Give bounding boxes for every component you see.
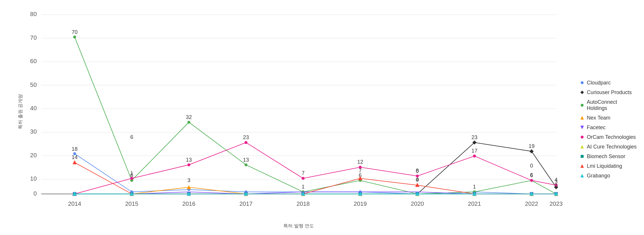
svg-text:23: 23 <box>243 134 249 140</box>
svg-text:2016: 2016 <box>182 201 196 207</box>
svg-text:6: 6 <box>530 172 533 178</box>
svg-point-55 <box>245 163 247 166</box>
svg-marker-161 <box>580 164 584 168</box>
svg-text:0: 0 <box>416 168 419 174</box>
svg-text:70: 70 <box>30 34 37 41</box>
svg-text:0: 0 <box>530 163 533 169</box>
svg-text:14: 14 <box>72 154 78 160</box>
legend-item-aicure: AI Cure Technologies <box>580 144 638 150</box>
chart-legend: Cloudparc Curiouser Products AutoConnect… <box>580 45 644 179</box>
svg-text:12: 12 <box>357 159 363 165</box>
chart-area: 특허 출원 공개량 특허 발행 연도 80 70 60 50 40 30 <box>18 6 580 217</box>
svg-text:40: 40 <box>30 105 37 111</box>
legend-label: Grabango <box>587 173 610 179</box>
svg-text:30: 30 <box>30 128 37 135</box>
svg-text:1: 1 <box>302 184 305 190</box>
svg-text:1: 1 <box>130 170 133 176</box>
legend-label: OrCam Technologies <box>587 134 636 140</box>
legend-item-autoconnect: AutoConnect Holdings <box>580 99 638 111</box>
svg-text:0: 0 <box>416 177 419 183</box>
svg-text:3: 3 <box>187 177 190 183</box>
svg-text:10: 10 <box>30 175 37 182</box>
svg-point-153 <box>581 81 584 84</box>
svg-text:2018: 2018 <box>296 201 310 207</box>
svg-rect-160 <box>581 155 584 158</box>
svg-text:0: 0 <box>555 184 558 189</box>
svg-text:70: 70 <box>72 29 78 35</box>
main-chart-svg: 80 70 60 50 40 30 20 10 0 2014 2015 2016… <box>18 6 580 217</box>
legend-item-grabango: Grabango <box>580 173 638 179</box>
legend-label: Nex Team <box>587 115 610 121</box>
svg-point-95 <box>245 141 247 144</box>
svg-text:18: 18 <box>72 146 78 152</box>
svg-text:4: 4 <box>555 177 558 183</box>
svg-text:23: 23 <box>472 134 477 140</box>
svg-point-94 <box>187 163 190 166</box>
svg-text:80: 80 <box>30 11 37 17</box>
svg-marker-47 <box>530 149 534 153</box>
legend-label: Biomech Sensor <box>587 153 625 160</box>
svg-marker-159 <box>580 145 584 148</box>
legend-item-cloudparc: Cloudparc <box>580 80 638 86</box>
svg-point-54 <box>187 121 190 124</box>
svg-text:7: 7 <box>359 168 362 174</box>
svg-text:2021: 2021 <box>468 201 481 207</box>
svg-text:2022: 2022 <box>525 201 538 207</box>
svg-point-100 <box>530 179 533 182</box>
legend-label: Facetec <box>587 125 605 131</box>
svg-text:50: 50 <box>30 82 37 88</box>
legend-label: Lmi Liquidating <box>587 163 622 169</box>
svg-text:32: 32 <box>186 114 192 120</box>
svg-text:2014: 2014 <box>68 201 81 207</box>
svg-text:2017: 2017 <box>239 201 252 207</box>
svg-point-96 <box>302 177 305 180</box>
svg-text:2023: 2023 <box>549 201 563 207</box>
svg-point-158 <box>581 136 584 139</box>
legend-label: AI Cure Technologies <box>587 144 637 150</box>
svg-point-52 <box>73 36 76 39</box>
chart-container: 특허 출원 공개량 특허 발행 연도 80 70 60 50 40 30 <box>0 0 644 235</box>
y-axis-label: 특허 출원 공개량 <box>18 94 24 129</box>
legend-item-curiouser: Curiouser Products <box>580 89 638 96</box>
svg-marker-162 <box>580 174 584 177</box>
svg-text:0: 0 <box>34 190 37 197</box>
legend-label: AutoConnect Holdings <box>587 99 638 111</box>
svg-text:60: 60 <box>30 58 37 64</box>
svg-marker-154 <box>580 91 584 94</box>
legend-label: Cloudparc <box>587 80 611 86</box>
svg-marker-156 <box>580 116 584 120</box>
svg-text:2020: 2020 <box>411 201 424 207</box>
svg-text:1: 1 <box>473 184 476 190</box>
svg-text:2015: 2015 <box>125 201 138 207</box>
svg-text:6: 6 <box>130 134 133 140</box>
svg-marker-123 <box>73 160 77 164</box>
legend-item-biomech: Biomech Sensor <box>580 153 638 160</box>
svg-text:19: 19 <box>529 143 535 149</box>
svg-text:7: 7 <box>302 170 305 176</box>
x-axis-label: 특허 발행 연도 <box>283 223 314 229</box>
svg-text:20: 20 <box>30 152 37 158</box>
legend-item-lmi: Lmi Liquidating <box>580 163 638 169</box>
svg-text:13: 13 <box>186 157 192 163</box>
svg-text:17: 17 <box>472 148 477 154</box>
legend-item-nexteam: Nex Team <box>580 115 638 121</box>
svg-marker-157 <box>580 126 584 129</box>
svg-point-93 <box>130 177 133 180</box>
svg-point-155 <box>581 104 584 107</box>
svg-text:2019: 2019 <box>354 201 367 207</box>
svg-point-99 <box>473 155 476 158</box>
legend-item-orcam: OrCam Technologies <box>580 134 638 140</box>
svg-text:13: 13 <box>243 157 249 163</box>
legend-label: Curiouser Products <box>587 89 632 96</box>
legend-item-facetec: Facetec <box>580 125 638 131</box>
